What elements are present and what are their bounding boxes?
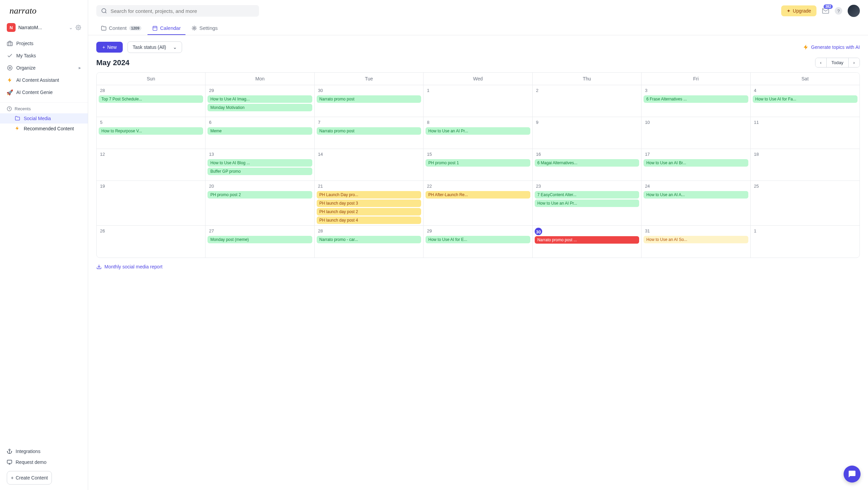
calendar-event[interactable]: 6 Frase Alternatives ...: [644, 95, 748, 103]
calendar-day-cell[interactable]: 7Narrato promo post: [315, 117, 423, 149]
calendar-day-cell[interactable]: 166 Magai Alternatives...: [533, 149, 642, 181]
svg-point-17: [194, 27, 195, 29]
calendar-day-cell[interactable]: 19: [97, 181, 205, 226]
calendar-event[interactable]: PH launch day post 3: [317, 200, 421, 207]
monthly-report-link[interactable]: Monthly social media report: [88, 258, 868, 276]
nav-ai-assistant[interactable]: AI Content Assistant: [0, 74, 88, 86]
recent-social-media[interactable]: Social Media: [0, 113, 88, 124]
calendar-event[interactable]: Meme: [208, 127, 312, 135]
nav-my-tasks[interactable]: My Tasks: [0, 50, 88, 62]
calendar-event[interactable]: How to Repurpose V...: [99, 127, 203, 135]
calendar-day-cell[interactable]: 1: [751, 226, 860, 258]
calendar-event[interactable]: Buffer GP promo: [208, 168, 312, 175]
nav-integrations[interactable]: Integrations: [0, 446, 88, 457]
calendar-event[interactable]: How to Use an AI Br...: [644, 159, 748, 167]
recent-recommended[interactable]: Recommended Content: [0, 124, 88, 134]
calendar-day-cell[interactable]: 22PH After-Launch Re...: [423, 181, 532, 226]
calendar-day-cell[interactable]: 31How to Use an AI So...: [642, 226, 750, 258]
upgrade-button[interactable]: ✦ Upgrade: [781, 5, 816, 16]
calendar-event[interactable]: How to Use an AI So...: [644, 236, 748, 243]
help-button[interactable]: ?: [835, 7, 842, 15]
calendar-event[interactable]: How to Use AI for E...: [426, 236, 530, 243]
calendar-event[interactable]: Top 7 Post Schedule...: [99, 95, 203, 103]
calendar-event[interactable]: How to Use an AI A...: [644, 191, 748, 199]
calendar-day-cell[interactable]: 30Narrato promo post ...: [533, 226, 642, 258]
workspace-switcher[interactable]: N NarratoM... ⌄: [0, 20, 88, 35]
next-month-button[interactable]: ›: [848, 58, 860, 67]
calendar-day-cell[interactable]: 11: [751, 117, 860, 149]
day-number: 29: [208, 87, 312, 94]
calendar-day-cell[interactable]: 29How to Use AI for E...: [423, 226, 532, 258]
calendar-day-cell[interactable]: 27Monday post (meme): [205, 226, 314, 258]
calendar-day-cell[interactable]: 26: [97, 226, 205, 258]
calendar-day-cell[interactable]: 9: [533, 117, 642, 149]
tab-calendar[interactable]: Calendar: [147, 22, 185, 35]
calendar-event[interactable]: Monday Motivation: [208, 104, 312, 111]
calendar-event[interactable]: 6 Magai Alternatives...: [535, 159, 639, 167]
calendar-event[interactable]: PH Launch Day pro...: [317, 191, 421, 199]
calendar-event[interactable]: How to Use AI Blog ...: [208, 159, 312, 167]
calendar-day-cell[interactable]: 36 Frase Alternatives ...: [642, 85, 750, 117]
calendar-month-label: May 2024: [96, 58, 130, 67]
calendar-day-cell[interactable]: 10: [642, 117, 750, 149]
calendar-event[interactable]: PH promo post 2: [208, 191, 312, 199]
nav-request-demo[interactable]: Request demo: [0, 457, 88, 468]
task-status-filter[interactable]: Task status (All) ⌄: [127, 41, 182, 53]
calendar-day-cell[interactable]: 12: [97, 149, 205, 181]
generate-topics-button[interactable]: Generate topics with AI: [803, 44, 860, 50]
day-number: 13: [208, 151, 312, 158]
calendar-event[interactable]: 7 EasyContent Alter...: [535, 191, 639, 199]
search-input[interactable]: [111, 8, 254, 14]
calendar-event[interactable]: PH launch day post 4: [317, 216, 421, 224]
search-bar[interactable]: [96, 5, 259, 17]
calendar-day-cell[interactable]: 29How to Use AI Imag...Monday Motivation: [205, 85, 314, 117]
calendar-day-cell[interactable]: 28Top 7 Post Schedule...: [97, 85, 205, 117]
day-number: 30: [317, 87, 421, 94]
calendar-day-cell[interactable]: 30Narrato promo post: [315, 85, 423, 117]
calendar-day-cell[interactable]: 8How to Use an AI Pr...: [423, 117, 532, 149]
calendar-event[interactable]: How to Use AI for Fa...: [753, 95, 857, 103]
gear-icon[interactable]: [76, 25, 81, 30]
calendar-event[interactable]: Monday post (meme): [208, 236, 312, 243]
nav-projects[interactable]: Projects: [0, 37, 88, 50]
calendar-day-cell[interactable]: 25: [751, 181, 860, 226]
logo[interactable]: narrato: [0, 0, 88, 20]
chat-widget[interactable]: [844, 466, 861, 483]
notifications-button[interactable]: 382: [822, 7, 829, 15]
calendar-day-cell[interactable]: 237 EasyContent Alter...How to Use an AI…: [533, 181, 642, 226]
prev-month-button[interactable]: ‹: [815, 58, 826, 67]
calendar-event[interactable]: PH promo post 1: [426, 159, 530, 167]
calendar-day-cell[interactable]: 17How to Use an AI Br...: [642, 149, 750, 181]
calendar-event[interactable]: Narrato promo post ...: [535, 236, 639, 244]
calendar-day-cell[interactable]: 5How to Repurpose V...: [97, 117, 205, 149]
day-number: 4: [753, 87, 857, 94]
calendar-day-cell[interactable]: 13How to Use AI Blog ...Buffer GP promo: [205, 149, 314, 181]
calendar-event[interactable]: How to Use an AI Pr...: [426, 127, 530, 135]
calendar-day-cell[interactable]: 14: [315, 149, 423, 181]
calendar-day-cell[interactable]: 6Meme: [205, 117, 314, 149]
calendar-event[interactable]: Narrato promo post: [317, 127, 421, 135]
nav-ai-genie[interactable]: 🚀 AI Content Genie: [0, 86, 88, 98]
calendar-day-cell[interactable]: 24How to Use an AI A...: [642, 181, 750, 226]
calendar-event[interactable]: Narrato promo - car...: [317, 236, 421, 243]
nav-organize[interactable]: Organize ▶: [0, 62, 88, 74]
calendar-day-cell[interactable]: 21PH Launch Day pro...PH launch day post…: [315, 181, 423, 226]
calendar-event[interactable]: PH After-Launch Re...: [426, 191, 530, 199]
calendar-day-cell[interactable]: 18: [751, 149, 860, 181]
calendar-day-cell[interactable]: 15PH promo post 1: [423, 149, 532, 181]
calendar-day-cell[interactable]: 28Narrato promo - car...: [315, 226, 423, 258]
calendar-day-cell[interactable]: 4How to Use AI for Fa...: [751, 85, 860, 117]
today-button[interactable]: Today: [826, 58, 848, 67]
tab-settings[interactable]: Settings: [187, 22, 222, 35]
calendar-event[interactable]: PH launch day post 2: [317, 208, 421, 215]
user-avatar[interactable]: [848, 5, 860, 17]
tab-content[interactable]: Content 1209: [96, 22, 146, 35]
calendar-day-cell[interactable]: 20PH promo post 2: [205, 181, 314, 226]
calendar-event[interactable]: How to Use an AI Pr...: [535, 200, 639, 207]
create-content-button[interactable]: + Create Content: [7, 471, 52, 485]
new-button[interactable]: + New: [96, 42, 123, 53]
calendar-event[interactable]: Narrato promo post: [317, 95, 421, 103]
calendar-event[interactable]: How to Use AI Imag...: [208, 95, 312, 103]
calendar-day-cell[interactable]: 2: [533, 85, 642, 117]
calendar-day-cell[interactable]: 1: [423, 85, 532, 117]
